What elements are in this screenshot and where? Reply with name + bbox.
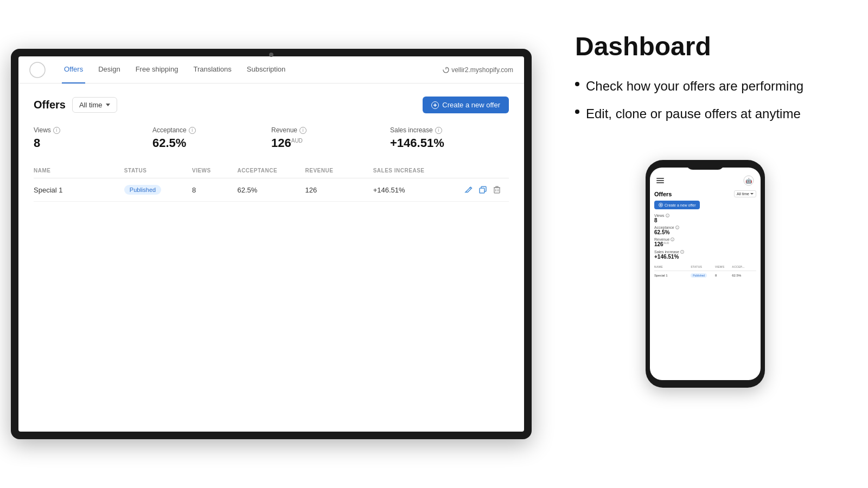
- svg-rect-7: [480, 188, 484, 193]
- create-btn-label: Create a new offer: [442, 101, 500, 109]
- stat-revenue-label: Revenue i: [271, 126, 390, 134]
- main-content: Offers All time: [18, 84, 524, 432]
- clone-icon[interactable]: [478, 185, 488, 195]
- phone-stat-revenue-value: 126AUD: [654, 241, 756, 247]
- phone-nav: 🤖: [654, 171, 756, 188]
- hamburger-icon: [656, 178, 664, 183]
- phone-stats: Views i 8 Acceptance i 62.5% Revenue i 1: [654, 214, 756, 259]
- phone-stat-views-label: Views i: [654, 214, 756, 217]
- phone-filter-dropdown: All time: [734, 190, 756, 197]
- phone-plus-icon: [659, 203, 663, 207]
- filter-dropdown[interactable]: All time: [72, 97, 117, 113]
- bullet-list: Check how your offers are performing Edi…: [575, 78, 835, 133]
- plus-icon: [431, 101, 439, 109]
- phone-stat-sales-label: Sales increase i: [654, 250, 756, 254]
- monitor: 🤖 Offers Design Free shipping Translatio…: [11, 49, 532, 439]
- phone-offers-row: Offers All time: [654, 190, 756, 197]
- filter-label: All time: [79, 101, 103, 109]
- delete-icon[interactable]: [492, 185, 502, 195]
- phone-td-status: Published: [691, 273, 715, 278]
- edit-icon[interactable]: [464, 185, 474, 195]
- svg-point-0: [30, 62, 45, 78]
- phone-stat-acceptance-value: 62.5%: [654, 229, 756, 235]
- table-header: NAME STATUS VIEWS ACCEPTANCE REVENUE SAL…: [34, 163, 509, 178]
- offers-title-row: Offers All time: [34, 97, 117, 113]
- monitor-screen: 🤖 Offers Design Free shipping Translatio…: [18, 56, 524, 432]
- stat-acceptance-label: Acceptance i: [152, 126, 271, 134]
- td-actions: [464, 185, 509, 195]
- stats-row: Views i 8 Acceptance i 62.5%: [34, 126, 509, 150]
- bullet-dot-2: [575, 110, 579, 114]
- store-url: vellir2.myshopify.com: [443, 66, 513, 74]
- phone-th-name: NAME: [654, 265, 691, 268]
- store-url-text: vellir2.myshopify.com: [451, 66, 513, 74]
- bullet-item-1: Check how your offers are performing: [575, 78, 835, 94]
- app: 🤖 Offers Design Free shipping Translatio…: [18, 56, 524, 432]
- stat-views: Views i 8: [34, 126, 152, 150]
- td-acceptance: 62.5%: [237, 186, 305, 194]
- bullet-text-1: Check how your offers are performing: [586, 78, 803, 94]
- phone-td-acceptance: 62.5%: [732, 274, 756, 277]
- nav-item-translations[interactable]: Translations: [191, 56, 233, 84]
- phone-th-acceptance: ACCEP...: [732, 265, 756, 268]
- create-offer-button[interactable]: Create a new offer: [423, 97, 509, 113]
- phone-wrapper: 🤖 Offers All time: [575, 160, 835, 388]
- nav-item-design[interactable]: Design: [96, 56, 122, 84]
- offers-heading: Offers: [34, 99, 66, 111]
- th-revenue: REVENUE: [305, 168, 373, 174]
- phone-stat-acceptance-label: Acceptance i: [654, 226, 756, 229]
- th-actions: [464, 168, 509, 174]
- nav-item-subscription[interactable]: Subscription: [245, 56, 288, 84]
- stat-revenue-value: 126AUD: [271, 136, 390, 150]
- phone-table-header: NAME STATUS VIEWS ACCEP...: [654, 263, 756, 271]
- phone-status-badge: Published: [691, 273, 707, 278]
- stat-acceptance: Acceptance i 62.5%: [152, 126, 271, 150]
- td-status: Published: [124, 185, 192, 195]
- monitor-area: 🤖 Offers Design Free shipping Translatio…: [0, 0, 542, 488]
- status-badge: Published: [124, 185, 161, 195]
- phone-th-views: VIEWS: [715, 265, 732, 268]
- td-name: Special 1: [34, 186, 124, 194]
- phone-td-name: Special 1: [654, 274, 691, 277]
- power-icon: [443, 67, 449, 73]
- dashboard-title: Dashboard: [575, 33, 835, 61]
- stat-sales-increase-label: Sales increase i: [390, 126, 509, 134]
- phone-screen: 🤖 Offers All time: [650, 168, 761, 380]
- phone-chevron-icon: [750, 193, 754, 195]
- phone-info-icon-acceptance: i: [675, 226, 679, 229]
- td-revenue: 126: [305, 186, 373, 194]
- phone-table-row: Special 1 Published 8 62.5%: [654, 271, 756, 280]
- svg-rect-8: [494, 188, 500, 193]
- phone-create-btn-label: Create a new offer: [665, 203, 695, 207]
- phone-th-status: STATUS: [691, 265, 715, 268]
- nav-bar: 🤖 Offers Design Free shipping Translatio…: [18, 56, 524, 84]
- bullet-text-2: Edit, clone or pause offers at anytime: [586, 105, 801, 122]
- phone-app-logo: 🤖: [743, 175, 754, 186]
- nav-item-free-shipping[interactable]: Free shipping: [133, 56, 181, 84]
- stat-sales-increase: Sales increase i +146.51%: [390, 126, 509, 150]
- phone-mockup: 🤖 Offers All time: [646, 160, 765, 388]
- phone-create-btn: Create a new offer: [654, 201, 700, 209]
- phone-info-icon-sales: i: [680, 250, 684, 254]
- info-icon-acceptance: i: [189, 127, 196, 134]
- phone-stat-views-value: 8: [654, 217, 756, 223]
- phone-info-icon-revenue: i: [671, 237, 674, 241]
- stat-sales-increase-value: +146.51%: [390, 136, 509, 150]
- td-sales-increase: +146.51%: [373, 186, 464, 194]
- right-panel: Dashboard Check how your offers are perf…: [542, 0, 868, 488]
- stat-acceptance-value: 62.5%: [152, 136, 271, 150]
- nav-item-offers[interactable]: Offers: [62, 56, 85, 84]
- top-row: Offers All time: [34, 97, 509, 113]
- monitor-outer: 🤖 Offers Design Free shipping Translatio…: [11, 49, 532, 439]
- phone-td-views: 8: [715, 274, 732, 277]
- app-logo: 🤖: [29, 62, 46, 78]
- stat-views-value: 8: [34, 136, 152, 150]
- th-name: NAME: [34, 168, 124, 174]
- phone-stat-revenue-label: Revenue i: [654, 237, 756, 241]
- td-views: 8: [192, 186, 237, 194]
- th-acceptance: ACCEPTANCE: [237, 168, 305, 174]
- th-sales-increase: SALES INCREASE: [373, 168, 464, 174]
- phone-filter-label: All time: [737, 192, 749, 196]
- bullet-dot-1: [575, 82, 579, 86]
- th-status: STATUS: [124, 168, 192, 174]
